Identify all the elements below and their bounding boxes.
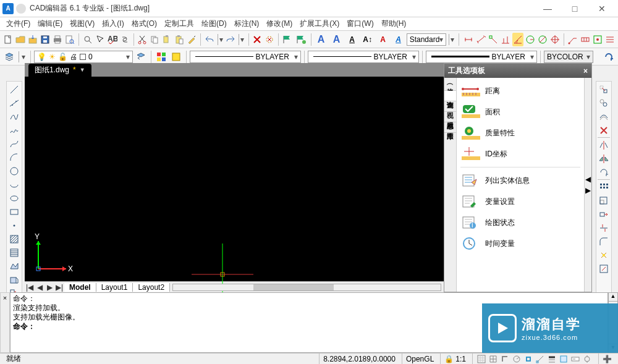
text-bold-icon[interactable]: A: [315, 33, 328, 46]
dim-more-icon[interactable]: [604, 33, 616, 46]
select-icon[interactable]: [95, 33, 106, 46]
palette-item-status[interactable]: i 绘图状态: [458, 212, 583, 233]
osnap-toggle[interactable]: [523, 355, 533, 363]
text-under-icon[interactable]: A: [345, 33, 359, 46]
otrack-toggle[interactable]: [535, 355, 545, 363]
undo-icon[interactable]: [204, 33, 215, 46]
command-close-button[interactable]: ×: [0, 292, 10, 353]
match-prop-icon[interactable]: [186, 33, 197, 46]
drawing-canvas[interactable]: X Y: [25, 77, 444, 281]
snap-toggle[interactable]: [476, 355, 486, 363]
palette-tab-modify[interactable]: 修改(: [444, 78, 456, 91]
menu-dimension[interactable]: 标注(N): [231, 17, 263, 30]
document-tab[interactable]: 图纸1.dwg * ▼: [28, 64, 91, 77]
dim-ord-icon[interactable]: [500, 33, 511, 46]
close-button[interactable]: ✕: [588, 0, 616, 17]
menu-custom[interactable]: 定制工具: [161, 17, 198, 30]
layer-dropdown[interactable]: ▾: [19, 51, 27, 62]
dim-angle-icon[interactable]: [512, 33, 523, 46]
open-icon[interactable]: [15, 33, 26, 46]
color-icon[interactable]: [154, 50, 168, 64]
lineweight-combo[interactable]: BYLAYER ▾: [308, 51, 419, 63]
refresh-icon[interactable]: [602, 50, 616, 64]
text-style2-icon[interactable]: A: [330, 33, 344, 46]
text-style-more[interactable]: ▾: [449, 34, 455, 45]
menu-draw[interactable]: 绘图(D): [198, 17, 231, 30]
menu-format[interactable]: 格式(O): [128, 17, 161, 30]
palette-item-time[interactable]: 时间变量: [458, 233, 583, 254]
plotstyle-combo[interactable]: BYCOLOR ▾: [544, 51, 593, 63]
doc-tab-dropdown-icon[interactable]: ▼: [80, 67, 85, 73]
palette-tab-view[interactable]: 视图: [444, 101, 456, 112]
find-icon[interactable]: [82, 33, 93, 46]
layout-next-button[interactable]: ▶: [44, 283, 54, 292]
status-scale[interactable]: 🔒 1:1: [440, 353, 470, 364]
scroll-up-icon[interactable]: ▲: [609, 293, 617, 302]
undo-dropdown[interactable]: ▾: [218, 34, 224, 45]
text-red-icon[interactable]: A: [376, 33, 390, 46]
link-icon[interactable]: [119, 33, 130, 46]
cycle-toggle[interactable]: [582, 355, 592, 363]
paste-icon[interactable]: [174, 33, 185, 46]
palette-item-area[interactable]: 面积: [458, 101, 583, 122]
dim-tol-icon[interactable]: [580, 33, 591, 46]
new-icon[interactable]: [2, 33, 14, 46]
dim-cen-icon[interactable]: [549, 33, 561, 46]
lwt-toggle[interactable]: [547, 355, 557, 363]
layer-prev-icon[interactable]: [134, 50, 148, 64]
palette-item-setvar[interactable]: 变量设置: [458, 191, 583, 212]
dim-dia-icon[interactable]: [537, 33, 548, 46]
save-icon[interactable]: [40, 33, 51, 46]
palette-tab-3dorbit[interactable]: 三维动态观察: [444, 112, 456, 122]
recover-flag-icon[interactable]: [295, 33, 308, 46]
layout-prev-button[interactable]: ◀: [35, 283, 44, 292]
polar-toggle[interactable]: [512, 355, 522, 363]
ortho-toggle[interactable]: [500, 355, 510, 363]
spellcheck-icon[interactable]: ABC: [107, 33, 118, 46]
oops-icon[interactable]: [264, 33, 275, 46]
palette-title-bar[interactable]: 工具选项板 ×: [444, 64, 591, 78]
dim-region-icon[interactable]: [592, 33, 603, 46]
palette-tab-draworder[interactable]: 绘图顺序: [444, 122, 456, 133]
menu-help[interactable]: 帮助(H): [378, 17, 410, 30]
menu-insert[interactable]: 插入(I): [98, 17, 127, 30]
text-gray-icon[interactable]: A: [392, 33, 405, 46]
print-icon[interactable]: [52, 33, 63, 46]
layout-last-button[interactable]: ▶|: [54, 283, 64, 292]
layout-tab-2[interactable]: Layout2: [133, 283, 170, 292]
block-color-icon[interactable]: [169, 50, 183, 64]
menu-view[interactable]: 视图(V): [66, 17, 98, 30]
layout-tab-model[interactable]: Model: [64, 283, 96, 292]
menu-edit[interactable]: 编辑(E): [34, 17, 66, 30]
linetype-combo[interactable]: BYLAYER ▾: [190, 51, 301, 63]
palette-item-massprops[interactable]: 质量特性: [458, 122, 583, 143]
menu-extend[interactable]: 扩展工具(X): [296, 17, 343, 30]
audit-flag-icon[interactable]: [282, 33, 294, 46]
print-preview-icon[interactable]: [64, 33, 75, 46]
palette-collapse-handle[interactable]: ◀ ▶: [584, 78, 591, 292]
import-icon[interactable]: [27, 33, 38, 46]
palette-item-list[interactable]: 列出实体信息: [458, 170, 583, 191]
grid-toggle[interactable]: [488, 355, 498, 363]
copy-clip-icon[interactable]: [161, 33, 172, 46]
dim-leader-icon[interactable]: [567, 33, 578, 46]
menu-modify[interactable]: 修改(M): [263, 17, 296, 30]
dim-rad-icon[interactable]: [525, 33, 536, 46]
status-extra[interactable]: ➕: [598, 353, 616, 364]
layer-combo[interactable]: 💡☀🔓🖨 0 ▾: [34, 51, 133, 63]
maximize-button[interactable]: □: [561, 0, 588, 17]
minimize-button[interactable]: —: [534, 0, 561, 17]
layout-first-button[interactable]: |◀: [25, 283, 35, 292]
status-renderer[interactable]: OpenGL: [402, 353, 438, 364]
cut-icon[interactable]: [137, 33, 148, 46]
menu-window[interactable]: 窗口(W): [343, 17, 377, 30]
copy-icon[interactable]: [149, 33, 160, 46]
dim-endpoint-icon[interactable]: [488, 33, 499, 46]
dim-linear-icon[interactable]: [463, 33, 474, 46]
h-scrollbar[interactable]: [172, 284, 441, 291]
layout-tab-1[interactable]: Layout1: [96, 283, 133, 292]
palette-item-distance[interactable]: 距离: [458, 80, 583, 101]
dyn-toggle[interactable]: [570, 355, 580, 363]
dim-aligned-icon[interactable]: [475, 33, 486, 46]
menu-file[interactable]: 文件(F): [2, 17, 34, 30]
